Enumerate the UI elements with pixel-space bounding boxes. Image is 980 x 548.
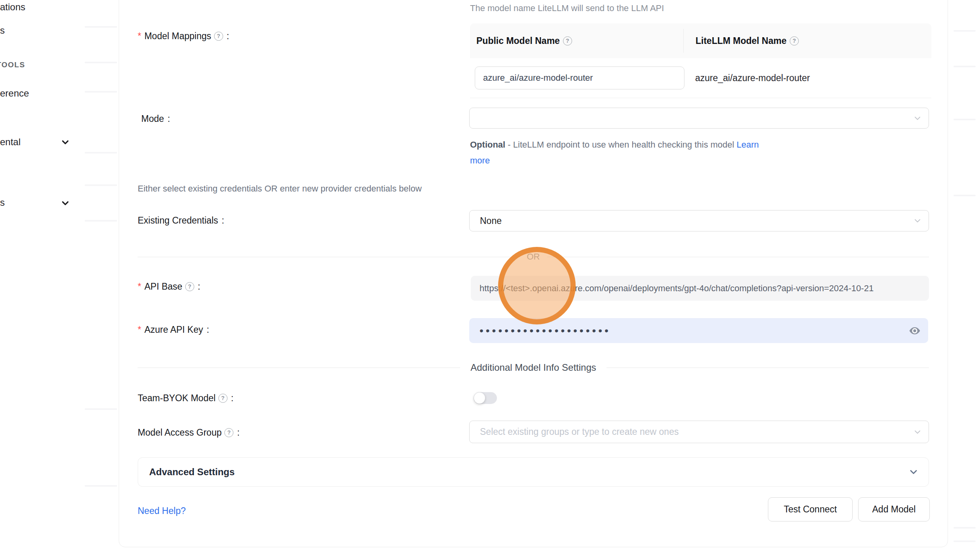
background-artifact xyxy=(85,408,117,410)
model-mappings-label: * Model Mappings ? : xyxy=(138,30,229,42)
mode-helper-text: Optional - LiteLLM endpoint to use when … xyxy=(470,137,810,169)
add-model-form-page: ations s TOOLS erence ental s The model … xyxy=(0,0,980,548)
link-text: more xyxy=(470,155,490,165)
background-artifact xyxy=(953,30,976,32)
chevron-down-icon xyxy=(908,466,919,478)
helper-text: - LiteLLM endpoint to use when health ch… xyxy=(505,140,737,150)
label-colon: : xyxy=(237,426,239,439)
team-byok-label: Team-BYOK Model ? : xyxy=(138,392,233,404)
background-artifact xyxy=(85,220,117,222)
divider-line xyxy=(607,368,929,368)
select-placeholder: Select existing groups or type to create… xyxy=(480,427,679,437)
background-artifact xyxy=(85,26,117,28)
table-row: azure_ai/azure-model-router xyxy=(470,58,931,98)
label-text: Team-BYOK Model xyxy=(138,392,216,404)
sidebar-item-organizations[interactable]: ations xyxy=(0,1,25,13)
additional-settings-divider: Additional Model Info Settings xyxy=(138,361,929,374)
test-connect-button[interactable]: Test Connect xyxy=(768,497,853,521)
divider-line xyxy=(138,368,460,368)
label-colon: : xyxy=(207,323,209,336)
model-access-group-label: Model Access Group ? : xyxy=(138,426,240,439)
help-icon[interactable]: ? xyxy=(214,32,223,41)
label-colon: : xyxy=(227,30,229,42)
divider-line xyxy=(547,257,929,257)
sidebar-item-inference[interactable]: erence xyxy=(0,87,29,100)
background-artifact xyxy=(953,195,976,196)
sidebar-item-label: ental xyxy=(0,137,21,147)
credentials-note: Either select existing credentials OR en… xyxy=(138,183,422,195)
existing-credentials-select[interactable]: None xyxy=(469,210,929,231)
sidebar-item-label: s xyxy=(0,25,5,36)
chevron-down-icon xyxy=(60,198,70,210)
sidebar-item-experimental[interactable]: ental xyxy=(0,136,21,148)
litellm-model-name-cell: azure_ai/azure-model-router xyxy=(683,73,931,83)
sidebar-item-label: s xyxy=(0,197,5,208)
sidebar-section-label: TOOLS xyxy=(0,61,25,69)
azure-api-key-label: * Azure API Key : xyxy=(138,323,209,336)
optional-bold-text: Optional xyxy=(470,140,505,150)
background-artifact xyxy=(953,527,976,529)
background-artifact xyxy=(85,62,117,63)
model-mappings-table: Public Model Name ? LiteLLM Model Name ?… xyxy=(470,23,931,98)
add-model-button[interactable]: Add Model xyxy=(858,497,930,521)
mode-select[interactable] xyxy=(469,108,929,129)
advanced-settings-title: Advanced Settings xyxy=(138,466,235,478)
toggle-visibility-eye-icon[interactable] xyxy=(908,324,921,337)
help-icon[interactable]: ? xyxy=(185,282,194,291)
existing-credentials-label: Existing Credentials : xyxy=(138,214,224,227)
label-text: Azure API Key xyxy=(144,323,203,336)
column-header-label: LiteLLM Model Name xyxy=(696,36,787,46)
column-header-public-model-name: Public Model Name ? xyxy=(470,36,683,46)
required-mark: * xyxy=(138,30,141,42)
background-artifact xyxy=(85,91,117,93)
api-base-label: * API Base ? : xyxy=(138,280,200,293)
help-icon[interactable]: ? xyxy=(790,36,799,46)
divider-title: Additional Model Info Settings xyxy=(460,362,607,373)
sidebar: ations s TOOLS erence ental s xyxy=(0,0,119,548)
background-artifact xyxy=(85,152,117,154)
required-mark: * xyxy=(138,280,141,293)
sidebar-item-label: erence xyxy=(0,88,29,99)
label-colon: : xyxy=(231,392,233,404)
masked-key-value: ••••••••••••••••••••• xyxy=(480,318,611,343)
label-text: Model Mappings xyxy=(144,30,211,42)
label-text: API Base xyxy=(144,280,182,293)
chevron-down-icon xyxy=(60,137,70,149)
help-icon[interactable]: ? xyxy=(218,394,227,403)
required-mark: * xyxy=(138,323,141,336)
background-artifact xyxy=(85,184,117,186)
sidebar-section-tools: TOOLS xyxy=(0,60,25,70)
label-colon: : xyxy=(198,280,200,293)
chevron-down-icon xyxy=(913,114,922,123)
table-header-row: Public Model Name ? LiteLLM Model Name ? xyxy=(470,23,931,58)
sidebar-item-label: ations xyxy=(0,2,25,12)
public-model-name-input[interactable] xyxy=(475,66,684,89)
selected-value: None xyxy=(480,216,502,226)
mode-label: Mode : xyxy=(141,112,170,125)
chevron-down-icon xyxy=(913,427,922,437)
advanced-settings-header[interactable]: Advanced Settings xyxy=(138,457,929,487)
link-text: Learn xyxy=(737,140,759,150)
chevron-down-icon xyxy=(913,216,922,226)
sidebar-item-models[interactable]: s xyxy=(0,24,5,37)
or-text: OR xyxy=(520,252,547,262)
label-text: Mode xyxy=(141,112,164,125)
column-header-litellm-model-name: LiteLLM Model Name ? xyxy=(683,29,931,53)
background-artifact xyxy=(953,66,976,67)
background-artifact xyxy=(953,119,976,120)
sidebar-item-settings[interactable]: s xyxy=(0,196,5,209)
column-header-label: Public Model Name xyxy=(476,36,560,46)
label-colon: : xyxy=(168,112,170,125)
background-artifact xyxy=(85,485,117,487)
need-help-link[interactable]: Need Help? xyxy=(138,506,186,516)
label-text: Existing Credentials xyxy=(138,214,218,227)
model-access-group-select[interactable]: Select existing groups or type to create… xyxy=(469,421,929,443)
api-base-value: https://<test>.openai.azure.com/openai/d… xyxy=(480,283,874,294)
api-base-input[interactable]: https://<test>.openai.azure.com/openai/d… xyxy=(471,276,929,301)
team-byok-toggle[interactable] xyxy=(474,392,497,404)
azure-api-key-input[interactable]: ••••••••••••••••••••• xyxy=(469,318,928,343)
public-model-name-cell xyxy=(470,66,683,89)
background-artifact xyxy=(953,540,976,542)
help-icon[interactable]: ? xyxy=(224,428,233,437)
help-icon[interactable]: ? xyxy=(563,36,572,46)
